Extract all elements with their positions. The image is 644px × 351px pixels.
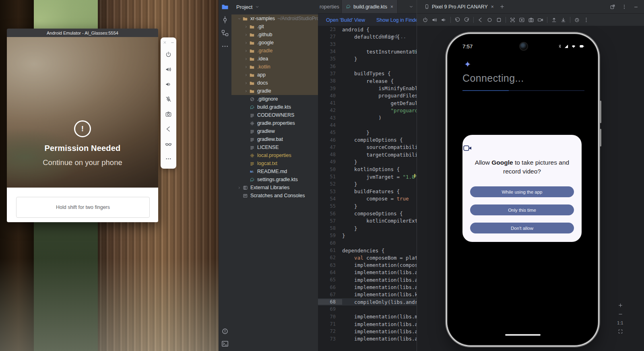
tree-item-gradlew[interactable]: gradlew	[231, 127, 318, 135]
emulator-titlebar[interactable]: Android Emulator - AI_Glasses:5554	[7, 29, 158, 37]
code-line-23[interactable]: 23android {	[318, 26, 417, 33]
tab-gradle-properties[interactable]: roperties	[318, 0, 342, 13]
home-circle-button[interactable]	[485, 16, 494, 25]
tree-item-external-libraries[interactable]: External Libraries	[231, 184, 318, 192]
code-line-52[interactable]: 52 }	[318, 180, 417, 188]
volume-down-button[interactable]	[161, 77, 176, 92]
tool-strip-structure-button[interactable]	[221, 29, 229, 37]
code-line-62[interactable]: 62 val composeBom = platfor	[318, 254, 417, 261]
tree-item-codeowners[interactable]: CODEOWNERS	[231, 111, 318, 119]
tab-pixel-9-pro[interactable]: Pixel 9 Pro API CANARY ×	[421, 0, 497, 13]
code-line-57[interactable]: 57 kotlinCompilerExtens	[318, 217, 417, 225]
code-line-70[interactable]: 70 implementation(libs.mate	[318, 313, 417, 320]
code-line-72[interactable]: 72 implementation(libs.andr	[318, 328, 417, 335]
more-v-button[interactable]	[621, 4, 627, 10]
tree-item-local-properties[interactable]: local.properties	[231, 151, 318, 159]
popout-button[interactable]	[610, 4, 615, 10]
code-line-66[interactable]: 66 implementation(libs.andr	[318, 283, 417, 291]
tree-item-build-gradle-kts[interactable]: build.gradle.kts	[231, 103, 318, 111]
code-line-51[interactable]: 51 jvmTarget = "1.8"	[318, 173, 417, 180]
tree-item-settings-gradle-kts[interactable]: settings.gradle.kts	[231, 176, 318, 184]
power-button[interactable]	[161, 47, 176, 62]
code-line-71[interactable]: 71 implementation(libs.andr	[318, 320, 417, 328]
rotate-right-button[interactable]	[462, 16, 471, 25]
tool-strip-more-h-button[interactable]	[221, 42, 229, 50]
tool-strip-project-folder-button[interactable]	[221, 2, 229, 10]
tool-strip-problems-button[interactable]	[221, 327, 229, 335]
device-screen[interactable]: 7:57 ✦ Connecting...	[452, 39, 593, 341]
hidden-tabs-chevron[interactable]	[405, 0, 417, 13]
back-button[interactable]	[161, 122, 176, 136]
tree-item-gradlew-bat[interactable]: gradlew.bat	[231, 135, 318, 143]
tree-item-scratches-and-consoles[interactable]: Scratches and Consoles	[231, 192, 318, 200]
tab-build-gradle-kts[interactable]: build.gradle.kts ×	[342, 0, 398, 13]
permission-don-t-allow-button[interactable]: Don't allow	[470, 223, 574, 233]
code-line-59[interactable]: 59}	[318, 232, 417, 239]
close-tab-icon[interactable]: ×	[390, 4, 393, 10]
code-line-44[interactable]: 44	[318, 122, 417, 129]
permission-only-this-time-button[interactable]: Only this time	[470, 204, 574, 215]
zoom-out-button[interactable]	[618, 312, 623, 317]
mic-off-button[interactable]	[161, 92, 176, 107]
code-line-41[interactable]: 41 getDefaultPr	[318, 99, 417, 107]
home-indicator[interactable]	[505, 334, 541, 336]
code-line-35[interactable]: 35 }	[318, 55, 417, 62]
add-device-tab-button[interactable]	[497, 0, 508, 13]
fit-screen-button[interactable]	[618, 329, 623, 334]
tree-item--google[interactable]: .google	[231, 39, 318, 47]
zoom-in-button[interactable]	[618, 303, 623, 308]
tool-strip-commit-button[interactable]	[221, 16, 229, 24]
back-button[interactable]	[476, 16, 485, 25]
tree-item-gradle-properties[interactable]: gradle.properties	[231, 119, 318, 127]
download-button[interactable]	[559, 16, 568, 25]
volume-down-button[interactable]	[440, 16, 448, 25]
tree-item-docs[interactable]: docs	[231, 79, 318, 87]
code-line-42[interactable]: 42 "proguard-ru	[318, 107, 417, 114]
code-line-68[interactable]: 68 compileOnly(libs.android	[318, 298, 417, 306]
record-screen-button[interactable]	[518, 16, 526, 25]
code-line-63[interactable]: 63 implementation(composeBo	[318, 262, 417, 269]
upload-button[interactable]	[550, 16, 558, 25]
permission-while-using-the-app-button[interactable]: While using the app	[470, 186, 574, 197]
emulator-toolbar-minimize-button[interactable]	[170, 40, 175, 45]
close-tab-icon[interactable]: ×	[491, 4, 494, 10]
screenshot-button[interactable]	[508, 16, 517, 25]
code-line-56[interactable]: 56 composeOptions {	[318, 210, 417, 217]
volume-up-button[interactable]	[430, 16, 439, 25]
code-line-54[interactable]: 54 compose = true	[318, 195, 417, 202]
code-line-64[interactable]: 64 implementation(libs.andr	[318, 269, 417, 276]
code-line-40[interactable]: 40 proguardFiles(	[318, 92, 417, 99]
snapshots-button[interactable]	[573, 16, 581, 25]
code-line-46[interactable]: 46 compileOptions {	[318, 136, 417, 143]
open-build-view-link[interactable]: Open 'Build' View	[326, 17, 365, 23]
code-line-45[interactable]: 45 }	[318, 129, 417, 136]
tree-item--gitignore[interactable]: .gitignore	[231, 95, 318, 103]
more-v-button[interactable]	[582, 16, 590, 25]
emulator-screen[interactable]: ! Permission Needed Continue on your pho…	[7, 37, 158, 188]
camera-button[interactable]	[527, 16, 535, 25]
tree-item-gradle[interactable]: gradle	[231, 87, 318, 95]
more-h-button[interactable]	[161, 151, 176, 166]
code-line-38[interactable]: 38 release {	[318, 77, 417, 85]
code-line-69[interactable]: 69	[318, 306, 417, 313]
code-line-61[interactable]: 61dependencies {	[318, 247, 417, 254]
glasses-button[interactable]	[161, 136, 176, 151]
code-line-33[interactable]: 33	[318, 41, 417, 48]
minimize-button[interactable]	[633, 4, 639, 10]
code-line-36[interactable]: 36	[318, 62, 417, 70]
tree-item-logcat-txt[interactable]: logcat.txt	[231, 159, 318, 167]
code-editor[interactable]: Paused... 23android {27 defaultConfig {3…	[318, 26, 417, 351]
tool-strip-terminal-button[interactable]	[221, 340, 229, 348]
code-line-55[interactable]: 55 }	[318, 202, 417, 210]
code-line-47[interactable]: 47 sourceCompatibility	[318, 144, 417, 151]
video-button[interactable]	[536, 16, 545, 25]
code-line-60[interactable]: 60	[318, 240, 417, 247]
tree-item--idea[interactable]: .idea	[231, 55, 318, 63]
tree-item-readme-md[interactable]: M↓README.md	[231, 167, 318, 176]
zoom-ratio[interactable]: 1:1	[617, 320, 623, 325]
code-line-73[interactable]: 73 implementation(libs.andr	[318, 335, 417, 342]
code-line-65[interactable]: 65 implementation(libs.andr	[318, 276, 417, 283]
code-line-53[interactable]: 53 buildFeatures {	[318, 188, 417, 195]
show-log-in-finder-link[interactable]: Show Log in Finder	[376, 17, 417, 23]
rotate-left-button[interactable]	[453, 16, 462, 25]
